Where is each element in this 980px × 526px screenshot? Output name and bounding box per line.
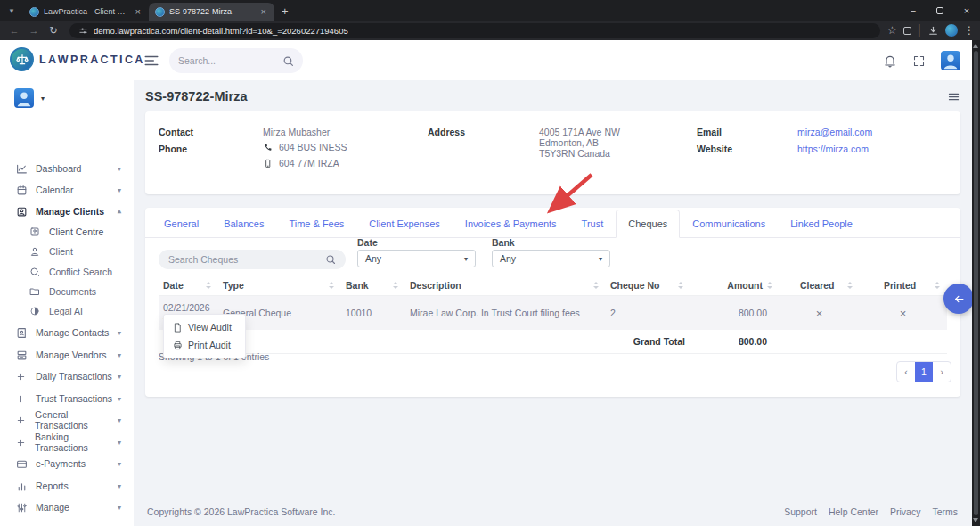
- close-window-button[interactable]: ×: [953, 0, 980, 21]
- sort-icon[interactable]: [935, 282, 942, 289]
- tab-balances[interactable]: Balances: [211, 210, 276, 238]
- column-header-cleared[interactable]: Cleared: [780, 275, 860, 296]
- column-header-amount[interactable]: Amount: [690, 275, 780, 296]
- sort-icon[interactable]: [767, 282, 774, 289]
- sidebar-item-label: Trust Transactions: [36, 393, 112, 404]
- footer-link-help-center[interactable]: Help Center: [829, 506, 878, 517]
- new-tab-button[interactable]: +: [282, 4, 289, 21]
- sidebar-item-legal-ai[interactable]: Legal AI: [0, 302, 134, 320]
- column-header-type[interactable]: Type: [218, 275, 341, 296]
- column-header-bank[interactable]: Bank: [341, 275, 405, 296]
- bank-filter-select[interactable]: Any ▾: [492, 250, 610, 267]
- user-avatar[interactable]: [941, 51, 960, 70]
- date-filter-select[interactable]: Any ▾: [357, 250, 476, 267]
- cheque-description-cell: Mirae Law Corp. In Trust Court filing fe…: [405, 296, 606, 331]
- sidebar-item-banking-transactions[interactable]: Banking Transactions ▾: [0, 433, 134, 451]
- column-header-cheque-no[interactable]: Cheque No: [606, 275, 690, 296]
- pagination-prev-icon[interactable]: ‹: [897, 362, 915, 382]
- browser-tab-mirza[interactable]: SS-978722-Mirza ×: [149, 3, 274, 21]
- email-link[interactable]: mirza@email.com: [797, 127, 872, 137]
- tab-communications[interactable]: Communications: [680, 210, 778, 238]
- tab-linked-people[interactable]: Linked People: [778, 210, 865, 238]
- sidebar-item-documents[interactable]: Documents: [0, 283, 134, 300]
- tab-search-icon[interactable]: ▾: [0, 0, 23, 21]
- sidebar-item-manage[interactable]: Manage ▾: [0, 498, 134, 516]
- sidebar-item-data-exchange[interactable]: Data Exchange ▾: [0, 521, 134, 526]
- scrollbar-thumb[interactable]: [974, 51, 978, 515]
- sort-icon[interactable]: [393, 282, 400, 289]
- menu-item-view-audit[interactable]: View Audit: [164, 318, 245, 336]
- global-search[interactable]: [169, 48, 303, 73]
- menu-item-print-audit[interactable]: Print Audit: [164, 336, 245, 354]
- tab-cheques[interactable]: Cheques: [616, 210, 680, 238]
- sidebar-item-manage-contacts[interactable]: Manage Contacts ▾: [0, 324, 134, 341]
- sidebar-item-client[interactable]: Client: [0, 242, 134, 260]
- scroll-down-icon[interactable]: [973, 518, 978, 522]
- column-header-date[interactable]: Date: [159, 275, 218, 296]
- sort-icon[interactable]: [678, 282, 685, 289]
- sidebar-item-client-centre[interactable]: Client Centre: [0, 223, 134, 241]
- reload-button[interactable]: ↻: [45, 25, 62, 37]
- sidebar-item-general-transactions[interactable]: General Transactions ▾: [0, 411, 134, 429]
- sort-icon[interactable]: [847, 282, 854, 289]
- cheques-search[interactable]: [159, 250, 346, 269]
- back-button[interactable]: ←: [5, 25, 23, 36]
- sidebar-item-manage-vendors[interactable]: Manage Vendors ▾: [0, 346, 134, 364]
- sidebar-item-reports[interactable]: Reports ▾: [0, 477, 134, 495]
- column-header-printed[interactable]: Printed: [860, 275, 947, 296]
- cheque-bank-cell: 10010: [341, 296, 405, 331]
- sidebar-item-e-payments[interactable]: e-Payments ▾: [0, 455, 134, 473]
- website-link[interactable]: https://mirza.com: [797, 144, 869, 154]
- browser-menu-icon[interactable]: ⋮: [964, 24, 975, 37]
- footer-link-privacy[interactable]: Privacy: [890, 506, 920, 517]
- browser-profile-avatar[interactable]: [945, 24, 958, 37]
- extensions-icon[interactable]: [903, 27, 911, 35]
- minimize-button[interactable]: −: [900, 0, 927, 21]
- sidebar-item-daily-transactions[interactable]: Daily Transactions ▾: [0, 367, 134, 385]
- search-icon[interactable]: [282, 55, 294, 67]
- tab-time-fees[interactable]: Time & Fees: [276, 210, 356, 238]
- sort-icon[interactable]: [329, 282, 336, 289]
- column-header-description[interactable]: Description: [405, 275, 606, 296]
- close-tab-icon[interactable]: ×: [134, 6, 143, 17]
- sidebar-item-label: Banking Transactions: [35, 431, 118, 453]
- pagination-page-1[interactable]: 1: [915, 362, 933, 382]
- fullscreen-icon[interactable]: [912, 54, 926, 68]
- tab-trust[interactable]: Trust: [569, 210, 617, 238]
- sidebar-item-dashboard[interactable]: Dashboard ▾: [0, 160, 134, 177]
- sidebar-user-menu[interactable]: ▾: [14, 88, 45, 108]
- collapse-panel-button[interactable]: [943, 284, 974, 314]
- sidebar-item-calendar[interactable]: Calendar ▾: [0, 181, 134, 199]
- address-bar[interactable]: demo.lawpractica.com/client-detail.html?…: [69, 23, 880, 38]
- sidebar-toggle-icon[interactable]: [143, 53, 159, 69]
- brand-name: LAWPRACTICA: [39, 53, 145, 66]
- global-search-input[interactable]: [178, 55, 282, 66]
- tab-invoices-payments[interactable]: Invoices & Payments: [453, 210, 569, 238]
- notifications-bell-icon[interactable]: [883, 53, 897, 68]
- tab-general[interactable]: General: [151, 210, 211, 238]
- footer-link-terms[interactable]: Terms: [932, 506, 958, 517]
- sidebar-item-trust-transactions[interactable]: Trust Transactions ▾: [0, 390, 134, 407]
- page-scrollbar[interactable]: [972, 40, 980, 526]
- sort-icon[interactable]: [206, 282, 213, 289]
- sidebar-item-conflict-search[interactable]: Conflict Search: [0, 263, 134, 281]
- page-options-icon[interactable]: [947, 90, 960, 103]
- maximize-button[interactable]: [927, 0, 953, 21]
- sort-icon[interactable]: [593, 282, 600, 289]
- bookmark-star-icon[interactable]: ☆: [887, 24, 897, 37]
- forward-button[interactable]: →: [25, 25, 43, 36]
- avatar: [14, 88, 34, 108]
- browser-tab-client-centre[interactable]: LawPractica - Client Centre ×: [23, 3, 149, 21]
- site-settings-icon[interactable]: [78, 26, 88, 36]
- downloads-icon[interactable]: [927, 25, 939, 37]
- sidebar-item-manage-clients[interactable]: Manage Clients ▾: [0, 202, 134, 220]
- scroll-up-icon[interactable]: [973, 44, 978, 48]
- cheques-search-input[interactable]: [168, 254, 325, 265]
- toolbar-actions: ☆ | ⋮: [887, 22, 975, 38]
- brand-logo[interactable]: LAWPRACTICA: [10, 47, 145, 71]
- pagination-next-icon[interactable]: ›: [933, 362, 951, 382]
- tab-client-expenses[interactable]: Client Expenses: [356, 210, 453, 238]
- close-tab-icon[interactable]: ×: [259, 6, 268, 17]
- footer-link-support[interactable]: Support: [784, 506, 817, 517]
- chevron-down-icon: ▾: [118, 373, 121, 381]
